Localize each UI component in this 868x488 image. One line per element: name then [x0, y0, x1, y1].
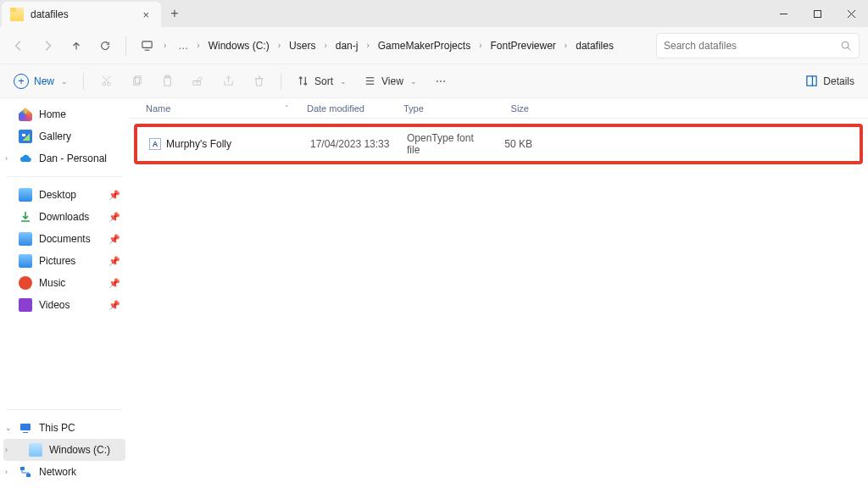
search-icon — [840, 40, 852, 52]
videos-icon — [19, 298, 32, 312]
refresh-button[interactable] — [92, 32, 119, 59]
copy-button[interactable] — [123, 69, 150, 92]
close-window-button[interactable] — [834, 0, 868, 27]
chevron-down-icon: ⌄ — [340, 77, 347, 86]
forward-button[interactable] — [34, 32, 61, 59]
breadcrumbs: … › Windows (C:) › Users › dan-j › GameM… — [170, 36, 654, 55]
delete-button[interactable] — [245, 69, 272, 92]
sidebar-item-videos[interactable]: Videos📌 — [3, 294, 125, 316]
column-headers: Name˄ Date modified Type Size — [129, 98, 868, 119]
close-tab-icon[interactable]: × — [139, 7, 153, 23]
maximize-button[interactable] — [800, 0, 834, 27]
svg-rect-21 — [23, 432, 28, 433]
svg-rect-11 — [135, 76, 141, 83]
plus-icon: + — [14, 74, 29, 89]
expand-icon[interactable]: › — [5, 446, 8, 454]
chevron-right-icon[interactable]: › — [162, 41, 168, 50]
sidebar-item-gallery[interactable]: Gallery — [3, 125, 125, 147]
pin-icon: 📌 — [108, 300, 120, 311]
paste-button[interactable] — [153, 69, 181, 92]
breadcrumb-item[interactable]: dan-j — [331, 36, 364, 55]
column-header-size[interactable]: Size — [483, 103, 534, 114]
music-icon — [19, 276, 32, 290]
column-header-name[interactable]: Name˄ — [141, 103, 302, 114]
svg-point-8 — [102, 82, 105, 86]
new-tab-button[interactable]: + — [161, 0, 188, 27]
chevron-right-icon: › — [276, 41, 282, 50]
sidebar-label: This PC — [39, 422, 75, 434]
svg-rect-20 — [20, 424, 31, 430]
file-list-pane: Name˄ Date modified Type Size A Murphy's… — [129, 98, 868, 488]
sidebar-item-personal[interactable]: ›Dan - Personal — [3, 147, 125, 169]
sidebar-item-documents[interactable]: Documents📌 — [3, 228, 125, 250]
view-button[interactable]: View ⌄ — [357, 69, 424, 92]
svg-rect-4 — [142, 42, 151, 48]
file-type: OpenType font file — [402, 132, 487, 156]
share-button[interactable] — [214, 69, 242, 92]
sidebar-item-home[interactable]: Home — [3, 103, 125, 125]
sidebar-label: Music — [39, 277, 65, 289]
pin-icon: 📌 — [108, 190, 120, 201]
desktop-icon — [19, 188, 32, 202]
new-button[interactable]: + New ⌄ — [7, 69, 75, 94]
cloud-icon — [19, 152, 32, 165]
svg-rect-12 — [164, 77, 170, 86]
svg-rect-10 — [133, 78, 139, 85]
chevron-right-icon: › — [195, 41, 201, 50]
title-bar: datafiles × + — [0, 0, 868, 27]
pin-icon: 📌 — [108, 212, 120, 223]
chevron-down-icon: ⌄ — [410, 77, 417, 86]
file-name: Murphy's Folly — [166, 138, 231, 150]
details-pane-button[interactable]: Details — [798, 69, 861, 92]
collapse-icon[interactable]: ⌄ — [5, 424, 12, 432]
file-size: 50 KB — [487, 138, 537, 150]
search-box[interactable] — [656, 33, 860, 58]
expand-icon[interactable]: › — [5, 154, 8, 163]
sidebar-label: Gallery — [39, 130, 71, 142]
pin-icon: 📌 — [108, 256, 120, 267]
highlight-annotation: A Murphy's Folly 17/04/2023 13:33 OpenTy… — [134, 124, 863, 164]
chevron-right-icon: › — [364, 41, 370, 50]
nav-sidebar: Home Gallery ›Dan - Personal Desktop📌 Do… — [0, 98, 129, 488]
column-header-type[interactable]: Type — [398, 103, 483, 114]
sort-button[interactable]: Sort ⌄ — [290, 69, 353, 92]
sidebar-item-desktop[interactable]: Desktop📌 — [3, 184, 125, 206]
file-row[interactable]: A Murphy's Folly 17/04/2023 13:33 OpenTy… — [144, 132, 856, 156]
sort-asc-icon: ˄ — [285, 104, 288, 112]
column-header-date[interactable]: Date modified — [302, 103, 398, 114]
svg-rect-23 — [26, 474, 31, 477]
sidebar-item-downloads[interactable]: Downloads📌 — [3, 206, 125, 228]
sidebar-item-cdrive[interactable]: ›Windows (C:) — [3, 439, 125, 461]
back-button[interactable] — [5, 32, 32, 59]
breadcrumb-item[interactable]: datafiles — [570, 36, 619, 55]
sort-label: Sort — [314, 75, 333, 87]
breadcrumb-item[interactable]: Windows (C:) — [203, 36, 275, 55]
details-icon — [805, 75, 818, 87]
view-label: View — [381, 75, 403, 87]
more-button[interactable]: ⋯ — [427, 70, 454, 92]
sidebar-label: Downloads — [39, 211, 89, 223]
sidebar-label: Network — [39, 466, 76, 478]
breadcrumb-item[interactable]: FontPreviewer — [485, 36, 560, 55]
breadcrumb-item[interactable]: Users — [284, 36, 320, 55]
breadcrumb-item[interactable]: GameMakerProjects — [373, 36, 476, 55]
rename-button[interactable] — [184, 69, 211, 92]
up-button[interactable] — [63, 32, 90, 59]
pc-icon — [19, 421, 32, 435]
cut-button[interactable] — [92, 69, 120, 92]
sidebar-label: Pictures — [39, 255, 75, 267]
chevron-right-icon: › — [563, 41, 569, 50]
thispc-icon[interactable] — [133, 32, 160, 59]
drive-icon — [29, 443, 42, 457]
search-input[interactable] — [664, 40, 840, 52]
sidebar-item-network[interactable]: ›Network — [3, 461, 125, 483]
view-icon — [364, 75, 376, 87]
documents-icon — [19, 232, 32, 246]
sidebar-item-pictures[interactable]: Pictures📌 — [3, 250, 125, 272]
sidebar-item-music[interactable]: Music📌 — [3, 272, 125, 294]
window-tab[interactable]: datafiles × — [2, 2, 161, 27]
expand-icon[interactable]: › — [5, 468, 8, 476]
sidebar-item-thispc[interactable]: ⌄This PC — [3, 417, 125, 439]
breadcrumb-overflow[interactable]: … — [173, 36, 193, 55]
minimize-button[interactable] — [766, 0, 800, 27]
